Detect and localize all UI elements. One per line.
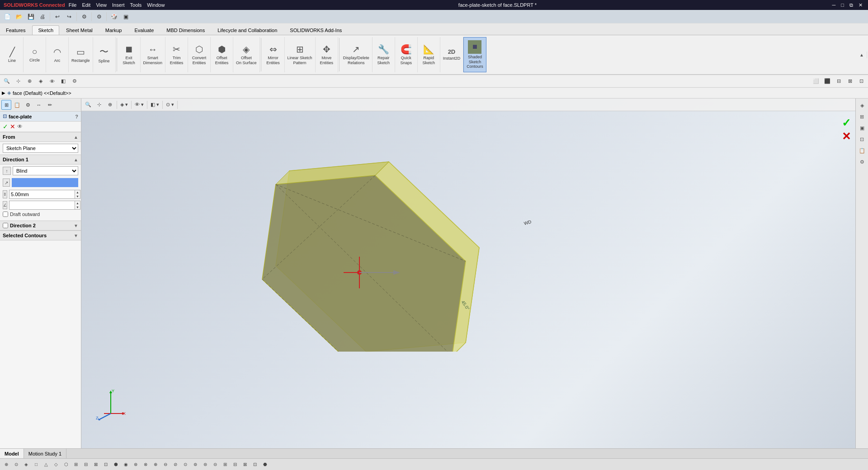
bt-16[interactable]: ⊕	[151, 460, 160, 469]
vt-zoom[interactable]: ⊕	[105, 100, 115, 110]
bt-20[interactable]: ⊚	[191, 460, 200, 469]
right-tb-3[interactable]: ⊟	[834, 76, 844, 86]
direction1-section-header[interactable]: Direction 1 ▲	[0, 155, 81, 164]
tab-lifecycle[interactable]: Lifecycle and Collaboration	[212, 25, 283, 35]
dir1-depth-down[interactable]: ▼	[75, 194, 80, 198]
rp-btn-4[interactable]: ⊡	[857, 134, 867, 144]
new-btn[interactable]: 📄	[2, 11, 13, 22]
help-icon[interactable]: ?	[75, 114, 78, 119]
instant2d-btn[interactable]: 2D Instant2D	[440, 37, 464, 72]
dir1-depth-input[interactable]	[9, 190, 75, 199]
tab-markup[interactable]: Markup	[99, 25, 128, 35]
markup-mgr-btn[interactable]: ✏	[45, 100, 55, 110]
rp-btn-5[interactable]: 📋	[857, 146, 867, 155]
right-tb-1[interactable]: ⬜	[811, 76, 821, 86]
tab-mbd[interactable]: MBD Dimensions	[160, 25, 211, 35]
mirror-entities-btn[interactable]: ⇔ MirrorEntities	[262, 37, 285, 72]
restore-button[interactable]: ⧉	[848, 2, 855, 8]
bt-6[interactable]: ◇	[52, 460, 61, 469]
bt-23[interactable]: ⊞	[221, 460, 230, 469]
viewport[interactable]: 🔍 ⊹ ⊕ ◈ ▾ 👁 ▾ ◧ ▾ ⊙ ▾	[81, 99, 855, 448]
dir1-angle-down[interactable]: ▼	[75, 205, 80, 209]
search-btn[interactable]: 🔍	[2, 76, 12, 86]
tab-addins[interactable]: SOLIDWORKS Add-Ins	[284, 25, 348, 35]
repair-sketch-btn[interactable]: 🔧 RepairSketch	[373, 37, 395, 72]
bt-10[interactable]: ⊠	[91, 460, 100, 469]
rp-btn-2[interactable]: ⊞	[857, 112, 867, 122]
bt-18[interactable]: ⊘	[171, 460, 180, 469]
from-select[interactable]: Sketch Plane	[3, 144, 78, 153]
bt-8[interactable]: ⊞	[71, 460, 80, 469]
bt-4[interactable]: □	[32, 460, 41, 469]
rp-btn-1[interactable]: ◈	[857, 100, 867, 110]
convert-entities-btn[interactable]: ⬡ ConvertEntities	[188, 37, 211, 72]
bt-1[interactable]: ⊕	[2, 460, 11, 469]
section-view-btn[interactable]: ◧	[58, 76, 68, 86]
dir1-depth-up[interactable]: ▲	[75, 190, 80, 194]
vt-search[interactable]: 🔍	[83, 100, 93, 110]
model-tab[interactable]: Model	[0, 449, 24, 458]
dir1-face-input[interactable]	[12, 178, 78, 187]
dir1-type-select[interactable]: Blind	[13, 166, 78, 175]
bt-7[interactable]: ⬡	[61, 460, 71, 469]
arc-tool[interactable]: ◠ Arc	[46, 37, 69, 72]
smart-dimension-btn[interactable]: ↔ SmartDimension	[141, 37, 166, 72]
viewport-confirm[interactable]: ✓	[842, 117, 851, 129]
dir2-checkbox[interactable]	[3, 223, 8, 228]
minimize-button[interactable]: ─	[830, 2, 838, 8]
3d-view-btn[interactable]: 🎲	[108, 11, 119, 22]
bt-13[interactable]: ◉	[121, 460, 130, 469]
menu-file[interactable]: File	[69, 2, 77, 8]
close-button[interactable]: ✕	[857, 2, 864, 8]
config-mgr-btn[interactable]: ⚙	[23, 100, 33, 110]
open-btn[interactable]: 📂	[14, 11, 24, 22]
vt-orient[interactable]: ⊹	[94, 100, 104, 110]
print-btn[interactable]: 🖨	[37, 11, 48, 22]
menu-tools[interactable]: Tools	[130, 2, 142, 8]
bt-26[interactable]: ⊡	[250, 460, 259, 469]
move-entities-btn[interactable]: ✥ MoveEntities	[316, 37, 338, 72]
maximize-button[interactable]: □	[839, 2, 846, 8]
redo-btn[interactable]: ↪	[64, 11, 75, 22]
bt-25[interactable]: ⊠	[241, 460, 250, 469]
offset-surface-btn[interactable]: ◈ OffsetOn Surface	[233, 37, 260, 72]
undo-btn[interactable]: ↩	[52, 11, 63, 22]
motion-study-tab[interactable]: Motion Study 1	[24, 449, 66, 458]
confirm-btn[interactable]: ✓	[3, 123, 8, 130]
bt-14[interactable]: ⊛	[131, 460, 140, 469]
exit-sketch-btn[interactable]: ⏹ ExitSketch	[118, 37, 141, 72]
feature-mgr-btn[interactable]: ⊞	[1, 100, 11, 110]
dir1-angle-input[interactable]	[9, 201, 75, 210]
menu-insert[interactable]: Insert	[112, 2, 125, 8]
bt-27[interactable]: ⬣	[260, 460, 269, 469]
quick-snaps-btn[interactable]: 🧲 QuickSnaps	[395, 37, 418, 72]
dim-mgr-btn[interactable]: ↔	[34, 100, 44, 110]
bt-3[interactable]: ◈	[22, 460, 31, 469]
spline-tool[interactable]: 〜 Spline	[93, 37, 116, 72]
display-btn[interactable]: ◈	[36, 76, 46, 86]
bt-12[interactable]: ⬢	[111, 460, 120, 469]
view-3d-btn[interactable]: ▣	[120, 11, 131, 22]
cancel-btn[interactable]: ✕	[10, 123, 15, 130]
vt-visibility[interactable]: 👁 ▾	[133, 100, 145, 110]
draft-outward-checkbox[interactable]	[3, 212, 8, 217]
tab-sheet-metal[interactable]: Sheet Metal	[60, 25, 99, 35]
dir1-angle-up[interactable]: ▲	[75, 201, 80, 205]
save-btn[interactable]: 💾	[25, 11, 36, 22]
tab-sketch[interactable]: Sketch	[32, 25, 59, 35]
bt-15[interactable]: ⊗	[141, 460, 150, 469]
bt-24[interactable]: ⊟	[231, 460, 240, 469]
collapse-ribbon-btn[interactable]: ▲	[857, 52, 867, 58]
linear-pattern-btn[interactable]: ⊞ Linear SketchPattern	[285, 37, 316, 72]
tab-evaluate[interactable]: Evaluate	[128, 25, 160, 35]
property-mgr-btn[interactable]: 📋	[12, 100, 22, 110]
bt-11[interactable]: ⊡	[101, 460, 110, 469]
direction2-section-header[interactable]: Direction 2 ▼	[0, 221, 81, 230]
rp-btn-3[interactable]: ▣	[857, 123, 867, 133]
visibility-btn[interactable]: 👁	[47, 76, 57, 86]
options-btn[interactable]: ⚙	[94, 11, 104, 22]
bt-17[interactable]: ⊖	[161, 460, 170, 469]
bt-21[interactable]: ⊜	[201, 460, 210, 469]
display-relations-btn[interactable]: ↗ Display/DeleteRelations	[340, 37, 373, 72]
right-tb-4[interactable]: ⊠	[845, 76, 855, 86]
